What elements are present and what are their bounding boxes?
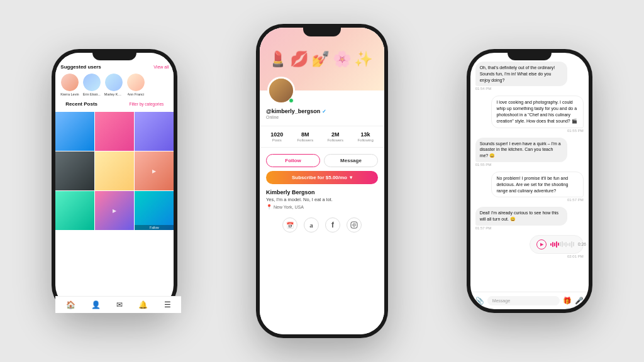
gift-icon[interactable]: 🎁	[563, 297, 572, 305]
feed-top: Suggested users View all Kierra Levin	[55, 53, 174, 112]
social-calendar-icon[interactable]: 📅	[282, 217, 297, 233]
social-amazon-icon[interactable]: a	[304, 217, 319, 233]
profile-username: @kimberly_bergson ✓	[266, 108, 378, 114]
chat-input-field[interactable]: Message	[487, 296, 560, 305]
stat-followers-label: Followers	[297, 138, 313, 142]
msg-bubble-received-1: Oh, that's definitely out of the ordinar…	[475, 62, 567, 86]
suggested-title: Suggested users	[60, 64, 101, 70]
nav-bar-feed: 🏠 👤 ✉ 🔔 ☰	[55, 296, 174, 309]
phone-notch-1	[92, 53, 136, 60]
stat-posts: 1020 Posts	[270, 131, 283, 142]
voice-msg-time: 02:01 PM	[567, 255, 584, 258]
location-pin-icon: 📍	[266, 204, 272, 210]
chat-content: Oh, that's definitely out of the ordinar…	[470, 53, 589, 309]
view-all-link[interactable]: View all	[153, 65, 169, 69]
phone-notch-2	[303, 28, 341, 36]
stat-following2-value: 13k	[361, 131, 370, 138]
user-name-1: Kierra Levin	[60, 92, 79, 96]
post-thumb-7[interactable]	[55, 191, 94, 230]
bio-name: Kimberly Bergson	[266, 189, 378, 195]
bio-text: Yes, I'm a model. No, I eat a lot.	[266, 197, 378, 202]
suggested-user: Marley Kors...	[104, 74, 123, 96]
verified-badge: ✓	[322, 109, 326, 114]
suggested-users: Kierra Levin Erin Ekstr...	[60, 74, 169, 96]
phone-chat: Oh, that's definitely out of the ordinar…	[467, 49, 592, 313]
phone-notch-3	[508, 53, 552, 60]
post-thumb-5[interactable]	[95, 151, 134, 190]
user-name-2: Erin Ekstr...	[83, 92, 101, 96]
phone-profile: 💄💋💅🌸✨ @kimberly_bergson ✓ Online	[256, 24, 388, 338]
msg-time-5: 01:57 PM	[475, 226, 584, 230]
nav-menu-icon[interactable]: ☰	[164, 300, 171, 309]
nav-notifications-icon[interactable]: 🔔	[138, 300, 148, 309]
avatar-2	[83, 74, 101, 91]
play-icon-8: ▶	[113, 208, 116, 214]
message-button[interactable]: Message	[324, 154, 378, 167]
bio-location: 📍 New York, USA	[266, 204, 378, 210]
social-facebook-icon[interactable]: f	[325, 217, 340, 233]
phone-chat-inner: Oh, that's definitely out of the ordinar…	[470, 53, 589, 309]
profile-avatar-wrap	[267, 77, 295, 104]
posts-grid: ▶ ▶ Fallow	[55, 112, 174, 230]
profile-actions: Follow Message	[260, 150, 384, 171]
suggested-user: Ann Franci	[127, 74, 145, 96]
filter-link[interactable]: Filter by categories	[129, 102, 164, 106]
stat-followers-value: 8M	[301, 131, 309, 138]
post-thumb-1[interactable]	[55, 112, 94, 151]
post-thumb-2[interactable]	[95, 112, 134, 151]
stat-following-value: 2M	[331, 131, 340, 138]
social-icons: 📅 a f	[260, 212, 384, 238]
msg-bubble-sent-4: No problem! I promise it'll be fun and d…	[491, 172, 583, 197]
waveform	[550, 240, 574, 249]
avatar-3	[105, 74, 123, 91]
voice-msg-wrap: ▶	[520, 235, 584, 258]
profile-content: 💄💋💅🌸✨ @kimberly_bergson ✓ Online	[260, 28, 384, 334]
avatar-1	[61, 74, 79, 91]
msg-2: I love cooking and photography. I could …	[475, 96, 584, 132]
msg-4: No problem! I promise it'll be fun and d…	[475, 172, 584, 202]
phone-feed: Suggested users View all Kierra Levin	[52, 49, 177, 313]
profile-stats: 1020 Posts 8M Followers 2M Followers 13k…	[260, 126, 384, 148]
svg-point-1	[353, 224, 355, 226]
post-thumb-3[interactable]	[135, 112, 174, 151]
attach-icon[interactable]: 📎	[475, 297, 484, 305]
fallow-label: Fallow	[135, 225, 174, 230]
profile-status: Online	[266, 115, 378, 119]
play-icon-6: ▶	[152, 168, 156, 174]
msg-time-2: 01:55 PM	[567, 129, 584, 133]
follow-button[interactable]: Follow	[266, 154, 320, 167]
msg-bubble-sent-2: I love cooking and photography. I could …	[491, 96, 583, 128]
msg-3: Sounds super! I even have a quirk – I'm …	[475, 138, 584, 167]
post-thumb-4[interactable]	[55, 151, 94, 190]
phone-profile-inner: 💄💋💅🌸✨ @kimberly_bergson ✓ Online	[260, 28, 384, 334]
stat-posts-label: Posts	[272, 138, 282, 142]
user-name-3: Marley Kors...	[104, 92, 123, 96]
online-dot	[289, 98, 294, 103]
nav-home-icon[interactable]: 🏠	[66, 300, 75, 309]
voice-duration: 0:26	[578, 242, 586, 246]
post-thumb-6[interactable]: ▶	[135, 151, 174, 190]
avatar-4	[127, 74, 145, 91]
stat-following: 2M Followers	[327, 131, 343, 142]
stat-following2: 13k Following	[357, 131, 373, 142]
subscribe-button[interactable]: Subscribe for $5.00/mo ▾	[266, 171, 378, 184]
voice-message[interactable]: ▶	[530, 235, 584, 254]
post-thumb-8[interactable]: ▶	[95, 191, 134, 230]
phone-feed-inner: Suggested users View all Kierra Levin	[55, 53, 174, 309]
recent-posts-title: Recent Posts	[65, 101, 97, 107]
nav-profile-icon[interactable]: 👤	[91, 300, 101, 309]
page-container: connect Suggested users View all	[0, 0, 644, 362]
svg-rect-0	[351, 222, 357, 228]
user-name-4: Ann Franci	[128, 92, 145, 96]
chat-input-area: 📎 Message 🎁 🎤	[470, 292, 589, 309]
voice-play-button[interactable]: ▶	[536, 239, 547, 250]
chat-messages: Oh, that's definitely out of the ordinar…	[470, 53, 589, 292]
social-instagram-icon[interactable]	[347, 217, 362, 233]
post-thumb-9[interactable]: Fallow	[135, 191, 174, 230]
nav-messages-icon[interactable]: ✉	[116, 300, 123, 309]
svg-point-2	[355, 223, 356, 224]
stat-following-label: Followers	[327, 138, 343, 142]
cover-makeup-items: 💄💋💅🌸✨	[269, 50, 375, 68]
mic-icon[interactable]: 🎤	[575, 297, 584, 305]
msg-time-1: 01:54 PM	[475, 87, 584, 90]
